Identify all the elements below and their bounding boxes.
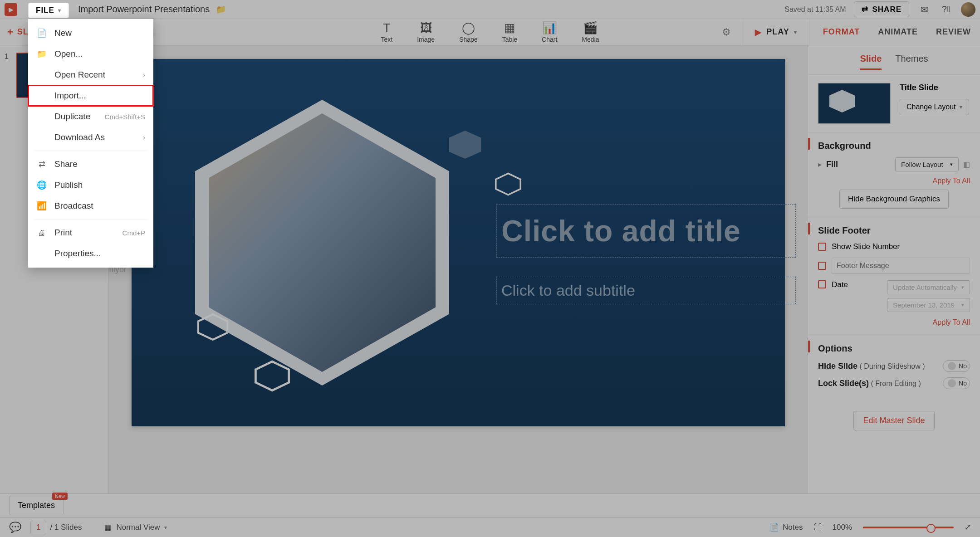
view-label: Normal View <box>116 523 160 532</box>
menu-item-label: Share <box>54 159 78 169</box>
menu-item-label: Open Recent <box>54 70 105 80</box>
menu-item-label: Download As <box>54 132 105 142</box>
user-avatar[interactable] <box>961 2 975 17</box>
insert-media-button[interactable]: 🎬Media <box>582 21 599 43</box>
footer-message-checkbox[interactable] <box>818 262 826 270</box>
apply-to-all-link[interactable]: Apply To All <box>818 177 970 185</box>
current-page[interactable]: 1 <box>30 521 46 534</box>
page-total: / 1 Slides <box>50 523 82 532</box>
hide-bg-graphics-button[interactable]: Hide Background Graphics <box>839 190 949 209</box>
fullscreen-icon[interactable]: ⤢ <box>965 522 971 532</box>
chevron-down-icon: ▾ <box>950 161 953 167</box>
subtab-themes[interactable]: Themes <box>895 54 928 70</box>
chevron-down-icon: ▾ <box>960 104 962 110</box>
apply-to-all-link[interactable]: Apply To All <box>818 318 970 327</box>
play-button[interactable]: ▶ PLAY ▾ <box>743 19 797 45</box>
layout-thumbnail <box>818 83 891 124</box>
zoom-slider[interactable] <box>863 527 954 528</box>
date-checkbox[interactable] <box>818 280 826 288</box>
file-menu-broadcast[interactable]: 📶Broadcast <box>28 195 153 216</box>
change-layout-button[interactable]: Change Layout ▾ <box>900 99 969 115</box>
top-bar: ▶ Import Powerpoint Presentations 📁 Save… <box>0 0 980 19</box>
slide-footer-heading: Slide Footer <box>818 225 970 236</box>
file-menu-properties[interactable]: Properties... <box>28 243 153 264</box>
expand-icon[interactable]: ▸ <box>818 160 822 169</box>
plus-icon: + <box>7 26 14 38</box>
hide-slide-hint: ( During Slideshow ) <box>859 362 925 370</box>
notes-button[interactable]: 📄 Notes <box>769 522 803 532</box>
zoom-value: 100% <box>833 523 852 532</box>
fill-select[interactable]: Follow Layout ▾ <box>895 157 959 171</box>
share-icon: ⇄ <box>862 5 868 14</box>
comments-icon[interactable]: 💬 <box>9 522 21 533</box>
file-menu-duplicate[interactable]: DuplicateCmd+Shift+S <box>28 106 153 127</box>
help-icon[interactable]: ?⃝ <box>939 3 953 16</box>
mail-icon[interactable]: ✉ <box>917 3 931 16</box>
color-swatch-icon[interactable]: ◧ <box>963 160 970 169</box>
layout-name: Title Slide <box>900 83 969 93</box>
play-label: PLAY <box>766 27 789 37</box>
toggle-value: No <box>959 362 967 370</box>
file-menu-share[interactable]: ⇄Share <box>28 154 153 175</box>
lock-slides-label: Lock Slide(s) <box>818 379 869 388</box>
file-menu-new[interactable]: 📄New <box>28 23 153 44</box>
hexagon-outline-decoration <box>197 313 229 341</box>
insert-label: Media <box>582 36 599 43</box>
file-menu-open[interactable]: 📁Open... <box>28 44 153 64</box>
fill-value: Follow Layout <box>901 161 943 168</box>
footer-message-input[interactable] <box>832 258 970 274</box>
templates-bar: Templates New <box>0 493 980 517</box>
menu-icon: 🖨 <box>36 228 47 238</box>
share-button[interactable]: ⇄ SHARE <box>854 1 909 17</box>
file-menu-publish[interactable]: 🌐Publish <box>28 175 153 195</box>
templates-button[interactable]: Templates New <box>9 496 64 515</box>
subtitle-placeholder[interactable]: Click to add subtitle <box>496 277 796 304</box>
fit-icon[interactable]: ⛶ <box>814 523 822 532</box>
file-menu-button[interactable]: FILE ▾ <box>28 3 69 18</box>
tab-review[interactable]: REVIEW <box>936 27 971 37</box>
show-slide-number-checkbox[interactable] <box>818 243 826 251</box>
chevron-down-icon: ▾ <box>794 29 797 35</box>
toggle-value: No <box>959 380 967 387</box>
file-menu-download-as[interactable]: Download As› <box>28 127 153 148</box>
insert-text-button[interactable]: TText <box>381 21 393 43</box>
settings-icon[interactable]: ⚙ <box>722 26 731 38</box>
menu-item-label: Open... <box>54 49 83 59</box>
menu-item-label: Print <box>54 228 72 238</box>
tab-format[interactable]: FORMAT <box>823 27 860 37</box>
insert-shape-button[interactable]: ◯Shape <box>459 21 477 43</box>
title-placeholder[interactable]: Click to add title <box>496 204 796 258</box>
menu-icon: 📄 <box>36 28 47 38</box>
menu-divider <box>34 151 147 151</box>
app-logo-icon: ▶ <box>5 3 17 16</box>
subtab-slide[interactable]: Slide <box>860 54 882 70</box>
globe-icon: 🌐 <box>36 180 47 190</box>
subtitle-placeholder-text: Click to add subtitle <box>501 282 791 299</box>
hide-slide-toggle[interactable]: No <box>943 360 970 372</box>
view-selector[interactable]: ▦ Normal View ▾ <box>104 522 167 532</box>
slide-number: 1 <box>5 53 12 98</box>
menu-item-label: Publish <box>54 180 83 190</box>
insert-table-button[interactable]: ▦Table <box>502 21 517 43</box>
menu-icon: 📁 <box>36 49 47 59</box>
file-menu-import[interactable]: Import... <box>28 85 153 106</box>
edit-master-slide-button[interactable]: Edit Master Slide <box>853 411 934 430</box>
lock-slides-toggle[interactable]: No <box>943 377 970 389</box>
tab-animate[interactable]: ANIMATE <box>878 27 918 37</box>
date-value-select[interactable]: September 13, 2019▾ <box>887 298 970 312</box>
insert-chart-button[interactable]: 📊Chart <box>542 21 557 43</box>
folder-icon[interactable]: 📁 <box>216 5 226 15</box>
insert-image-button[interactable]: 🖼Image <box>417 21 435 43</box>
fill-label: Fill <box>826 160 838 169</box>
chart-icon: 📊 <box>542 21 557 35</box>
menu-item-label: Properties... <box>54 249 101 259</box>
saved-status: Saved at 11:35 AM <box>784 5 846 14</box>
change-layout-label: Change Layout <box>906 103 956 111</box>
slide-canvas[interactable]: Click to add title Click to add subtitle <box>132 59 785 426</box>
menu-divider <box>34 219 147 220</box>
view-icon: ▦ <box>104 522 112 532</box>
file-menu-print[interactable]: 🖨PrintCmd+P <box>28 222 153 243</box>
document-title[interactable]: Import Powerpoint Presentations <box>78 4 210 15</box>
date-update-select[interactable]: Update Automatically▾ <box>887 280 970 294</box>
file-menu-open-recent[interactable]: Open Recent› <box>28 64 153 85</box>
